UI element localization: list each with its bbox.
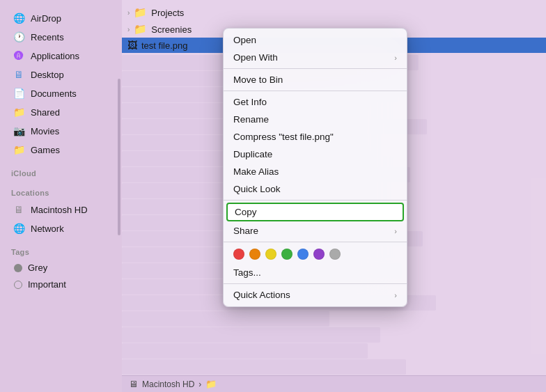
scroll-indicator: [118, 79, 120, 235]
sidebar-item-label: Documents: [31, 88, 77, 99]
open-label: Open: [233, 35, 256, 45]
locations-section-header: Locations: [0, 183, 122, 200]
compress-label: Compress "test file.png": [233, 132, 334, 142]
context-menu-open[interactable]: Open: [224, 31, 407, 49]
chevron-right-icon: ›: [127, 9, 130, 17]
sidebar-item-applications[interactable]: 🅐 Applications: [4, 47, 118, 65]
tag-yellow[interactable]: [265, 249, 276, 260]
movies-icon: 📷: [13, 125, 25, 137]
tag-purple[interactable]: [313, 249, 325, 260]
tag-red[interactable]: [233, 249, 244, 260]
sidebar-item-documents[interactable]: 📄 Documents: [4, 84, 118, 102]
quick-actions-label: Quick Actions: [233, 290, 290, 300]
context-menu-duplicate[interactable]: Duplicate: [224, 146, 407, 163]
submenu-arrow-icon: ›: [394, 227, 397, 235]
sidebar-item-airdrop[interactable]: 🌐 AirDrop: [4, 9, 118, 27]
apps-icon: 🅐: [13, 49, 25, 62]
sidebar-item-movies[interactable]: 📷 Movies: [4, 122, 118, 140]
shared-icon: 📁: [13, 106, 25, 118]
context-menu-quick-look[interactable]: Quick Look: [224, 180, 407, 198]
move-to-bin-label: Move to Bin: [233, 75, 283, 85]
desktop-icon: 🖥: [13, 68, 25, 81]
sidebar-item-label: Desktop: [31, 70, 64, 80]
finder-path-bar: 🖥 Macintosh HD › 📁: [122, 375, 546, 392]
sidebar-item-label: Macintosh HD: [31, 205, 88, 215]
menu-separator-4: [224, 242, 407, 242]
rename-label: Rename: [233, 114, 269, 125]
hd-icon: 🖥: [13, 203, 25, 216]
folder-path-icon: 📁: [205, 379, 217, 389]
submenu-arrow-icon: ›: [394, 291, 397, 299]
sidebar-item-desktop[interactable]: 🖥 Desktop: [4, 65, 118, 84]
menu-separator-2: [224, 91, 407, 91]
sidebar-tag-label: Important: [28, 279, 66, 290]
context-menu-get-info[interactable]: Get Info: [224, 93, 407, 111]
sidebar-item-shared[interactable]: 📁 Shared: [4, 103, 118, 121]
airdrop-icon: 🌐: [13, 12, 25, 24]
tags-section-header: Tags: [0, 242, 122, 259]
important-tag-icon: [14, 281, 22, 289]
path-macintosh-hd: Macintosh HD: [142, 379, 194, 389]
make-alias-label: Make Alias: [233, 166, 279, 177]
sidebar-item-macintosh-hd[interactable]: 🖥 Macintosh HD: [4, 201, 118, 219]
context-menu-tags[interactable]: Tags...: [224, 264, 407, 281]
context-menu-copy[interactable]: Copy: [226, 203, 404, 221]
sidebar-item-label: Movies: [31, 126, 59, 136]
selected-file-label: test file.png: [141, 40, 188, 51]
open-with-label: Open With: [233, 52, 278, 63]
context-menu-make-alias[interactable]: Make Alias: [224, 163, 407, 180]
sidebar-item-label: AirDrop: [31, 13, 61, 24]
quick-look-label: Quick Look: [233, 184, 281, 194]
finder-main: › 📁 Projects › 📁 Screenies 🖼 test file.p…: [122, 0, 546, 392]
screenies-label: Screenies: [151, 24, 192, 35]
sidebar-tag-label: Grey: [28, 262, 47, 273]
menu-separator-1: [224, 68, 407, 69]
context-menu-move-to-bin[interactable]: Move to Bin: [224, 71, 407, 88]
tag-green[interactable]: [281, 249, 292, 260]
sidebar: 🌐 AirDrop 🕐 Recents 🅐 Applications 🖥 Des…: [0, 0, 122, 392]
menu-separator-3: [224, 200, 407, 201]
projects-label: Projects: [151, 8, 184, 18]
sidebar-item-label: Shared: [31, 107, 60, 118]
sidebar-item-label: Recents: [31, 32, 64, 42]
recents-icon: 🕐: [13, 31, 25, 43]
docs-icon: 📄: [13, 87, 25, 100]
context-menu-tags-row: [224, 244, 407, 264]
tags-label: Tags...: [233, 267, 261, 278]
sidebar-item-label: Applications: [31, 51, 79, 61]
sidebar-item-grey-tag[interactable]: Grey: [4, 260, 118, 276]
tag-blue[interactable]: [297, 249, 309, 260]
sidebar-item-games[interactable]: 📁 Games: [4, 141, 118, 159]
hd-path-icon: 🖥: [129, 379, 138, 389]
duplicate-label: Duplicate: [233, 149, 272, 159]
sidebar-item-important-tag[interactable]: Important: [4, 276, 118, 292]
sidebar-item-recents[interactable]: 🕐 Recents: [4, 28, 118, 46]
menu-separator-5: [224, 283, 407, 284]
tag-orange[interactable]: [249, 249, 260, 260]
get-info-label: Get Info: [233, 97, 267, 107]
path-separator: ›: [198, 379, 201, 389]
finder-projects-row[interactable]: › 📁 Projects: [122, 4, 546, 21]
chevron-right-icon: ›: [127, 26, 130, 33]
games-icon: 📁: [13, 143, 25, 156]
copy-label: Copy: [235, 207, 257, 217]
network-icon: 🌐: [13, 222, 25, 235]
context-menu-rename[interactable]: Rename: [224, 111, 407, 128]
folder-icon: 📁: [134, 23, 147, 36]
sidebar-item-label: Games: [31, 145, 60, 155]
context-menu-open-with[interactable]: Open With ›: [224, 49, 407, 66]
share-label: Share: [233, 226, 258, 236]
folder-icon: 📁: [134, 6, 147, 19]
sidebar-item-label: Network: [31, 224, 64, 234]
context-menu-quick-actions[interactable]: Quick Actions ›: [224, 286, 407, 304]
tag-grey[interactable]: [329, 249, 341, 260]
sidebar-item-network[interactable]: 🌐 Network: [4, 219, 118, 237]
grey-tag-icon: [14, 264, 22, 272]
file-icon: 🖼: [127, 40, 137, 51]
icloud-section-header: iCloud: [0, 164, 122, 180]
context-menu-share[interactable]: Share ›: [224, 222, 407, 240]
context-menu: Open Open With › Move to Bin Get Info Re…: [223, 28, 407, 307]
submenu-arrow-icon: ›: [394, 54, 397, 62]
context-menu-compress[interactable]: Compress "test file.png": [224, 128, 407, 146]
